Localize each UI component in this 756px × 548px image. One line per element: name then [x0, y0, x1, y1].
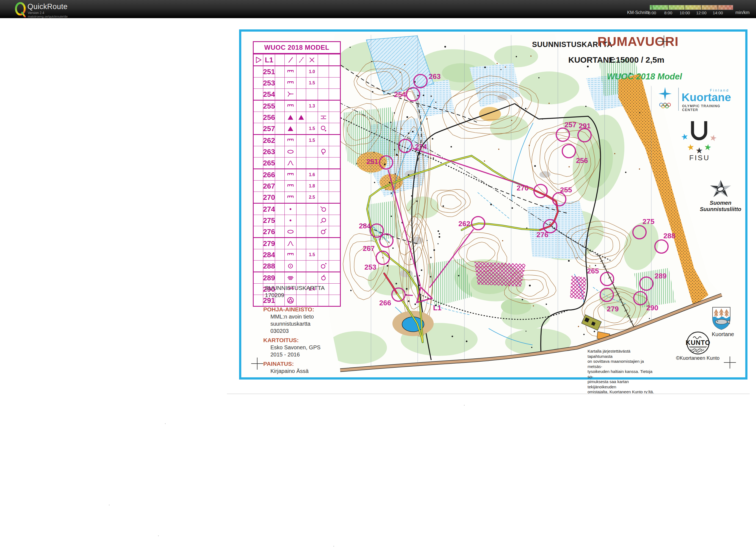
circle-dot-symbol-icon — [286, 262, 295, 270]
control-code: 270 — [263, 192, 275, 203]
control-number-label: 279 — [607, 305, 619, 313]
boulder-symbol-icon — [286, 113, 295, 121]
control-number-label: 284 — [359, 222, 371, 230]
scan-speck — [165, 423, 166, 424]
control-row: 2551.3 — [254, 100, 340, 112]
control-code: 1.5 — [306, 135, 318, 146]
wall-symbol-icon — [286, 193, 295, 201]
control-code: 1.5 — [306, 123, 318, 134]
control-number-label: 288 — [663, 232, 675, 240]
kuortane-subtitle: OLYMPIC TRAINING CENTER — [682, 104, 734, 112]
dot-ne-symbol-icon — [319, 262, 328, 270]
control-code — [306, 157, 318, 168]
beside-se-symbol-icon — [319, 124, 328, 133]
kuortane-name: Kuortane — [682, 91, 731, 104]
knoll-symbol-icon — [286, 239, 295, 248]
control-number-label: 274 — [415, 143, 427, 151]
map-municipality: KUORTANE — [568, 55, 614, 65]
pace-tick-label: 14:00 — [708, 10, 727, 15]
control-code — [306, 238, 318, 249]
compass-star-icon — [699, 179, 743, 200]
kuortane-otc-logo: Finland Kuortane OLYMPIC TRAINING CENTER — [657, 87, 734, 114]
control-code: 1.8 — [306, 181, 318, 192]
kunto-logo: KUNTO ©Kuortaneen Kunto — [679, 331, 717, 361]
fisu-star-yellow-icon: ★ — [686, 143, 695, 152]
control-number-label: 254 — [394, 90, 406, 99]
control-number-label: 270 — [517, 184, 528, 192]
control-row: 275 — [254, 215, 340, 226]
depression-symbol-icon — [286, 148, 295, 156]
control-code: 1.6 — [306, 169, 318, 180]
control-row: 288 — [254, 260, 340, 272]
map-canvas[interactable]: 2512532542552562572622632652662672702742… — [239, 29, 747, 380]
copyright-line: on sovittava maanomistajien ja metsäs- — [588, 359, 655, 369]
wall-symbol-icon — [286, 68, 295, 76]
control-number-label: 291 — [579, 122, 591, 130]
control-code: 274 — [263, 204, 275, 215]
control-row: 263 — [254, 146, 340, 157]
control-code — [306, 146, 318, 157]
control-row: 2621.5 — [254, 134, 340, 146]
scan-speck — [333, 546, 334, 547]
control-code — [306, 272, 318, 283]
registration-mark-bottom-left — [251, 358, 263, 370]
scan-speck — [109, 505, 110, 505]
credit-label: KARTOITUS: — [263, 337, 320, 344]
credit-line: 030203 — [263, 327, 320, 334]
fisu-label: FISU — [689, 154, 710, 162]
control-row: 2841.5 — [254, 249, 340, 260]
dslash-symbol-icon — [297, 56, 305, 64]
control-code: 2.5 — [306, 192, 318, 203]
control-row: 256 — [254, 112, 340, 123]
control-row: 276 — [254, 226, 340, 237]
registration-mark-top — [658, 35, 670, 48]
control-code: 1.5 — [306, 78, 318, 88]
control-row: 2571.5 — [254, 123, 340, 134]
control-number-label: 255 — [560, 186, 572, 194]
control-code: 254 — [263, 89, 275, 100]
map-credits: POHJA-AINEISTO:MML:n avoin tietosuunnist… — [263, 304, 320, 375]
control-code: 1.3 — [306, 101, 318, 112]
control-code: 266 — [263, 169, 275, 180]
control-code — [306, 226, 318, 237]
boulder-symbol-icon — [297, 113, 305, 121]
copyright-line: tysoikeuden haltiain kanssa. Tietoja so- — [588, 369, 655, 379]
start-label: L1 — [433, 304, 441, 312]
credit-label: POHJA-AINEISTO: — [263, 306, 320, 313]
title-bar: QuickRoute Version 2.4 matstroeng.se/qui… — [0, 0, 756, 18]
scan-speck — [158, 535, 159, 536]
fisu-logo: ★ ★ ★ ★ ★ FISU — [680, 120, 718, 164]
app-url: matstroeng.se/quickroute/de — [28, 15, 68, 18]
control-row: 2702.5 — [254, 192, 340, 203]
control-code: 262 — [263, 135, 275, 146]
control-code: 279 — [263, 238, 275, 249]
control-code — [306, 261, 318, 272]
wall-symbol-icon — [286, 171, 295, 179]
control-number-label: 276 — [536, 231, 548, 239]
control-code: 257 — [263, 123, 275, 134]
boulder-symbol-icon — [286, 124, 295, 133]
marsh-symbol-icon — [286, 274, 295, 282]
control-row: 2671.8 — [254, 180, 340, 192]
scan-speck — [464, 405, 465, 406]
knoll-symbol-icon — [286, 159, 295, 167]
control-code: 275 — [263, 215, 275, 226]
wall-symbol-icon — [286, 79, 295, 87]
control-code: 1.5 — [306, 249, 318, 260]
kuortane-star-icon — [657, 87, 679, 114]
pace-gradient-scale[interactable] — [650, 5, 733, 10]
control-row: 265 — [254, 157, 340, 168]
wall-symbol-icon — [286, 102, 295, 110]
control-code: 288 — [263, 261, 275, 272]
federation-logo: Suomen Suunnistusliitto — [699, 179, 743, 212]
control-code: 256 — [263, 112, 275, 123]
copyright-text: Kartalla järjestettävästä tapahtumastaon… — [588, 349, 655, 395]
credit-line: 2015 - 2016 — [263, 351, 320, 358]
tick-nw-symbol-icon — [319, 205, 328, 213]
start-symbol-icon — [254, 56, 262, 64]
coat-of-arms-icon — [712, 306, 731, 331]
dot-symbol-icon — [286, 205, 295, 213]
control-row: 2661.6 — [254, 168, 340, 180]
junction-symbol-icon — [286, 90, 295, 98]
control-code: 276 — [263, 226, 275, 237]
